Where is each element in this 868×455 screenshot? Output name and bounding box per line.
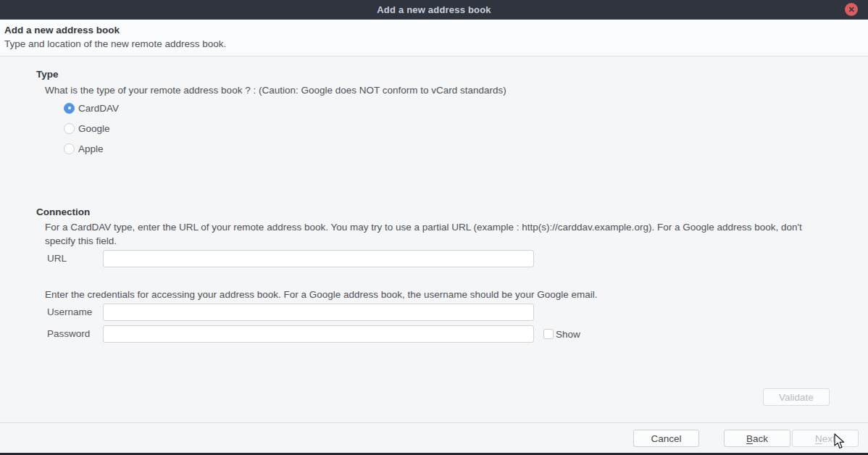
connection-section-title: Connection [36, 206, 90, 217]
url-input[interactable] [103, 250, 534, 267]
window-title: Add a new address book [377, 4, 491, 15]
page-subtitle: Type and location of the new remote addr… [4, 38, 864, 49]
titlebar[interactable]: Add a new address book ✕ [0, 0, 868, 20]
radio-carddav-label: CardDAV [78, 103, 119, 114]
close-icon: ✕ [848, 6, 854, 14]
radio-carddav[interactable]: CardDAV [64, 101, 119, 114]
password-input[interactable] [103, 325, 534, 343]
url-label: URL [47, 250, 67, 267]
username-input[interactable] [103, 304, 534, 321]
radio-apple[interactable]: Apple [64, 142, 104, 155]
add-address-book-dialog: Add a new address book ✕ Add a new addre… [0, 0, 868, 455]
show-password-checkbox[interactable] [543, 329, 554, 339]
radio-carddav-control[interactable] [64, 103, 75, 114]
dialog-header: Add a new address book Type and location… [0, 20, 868, 57]
close-button[interactable]: ✕ [845, 3, 858, 16]
page-title: Add a new address book [4, 25, 864, 36]
type-section-title: Type [36, 69, 59, 80]
username-label: Username [47, 304, 92, 321]
radio-google-control[interactable] [64, 123, 75, 134]
back-button[interactable]: Back [724, 430, 790, 447]
connection-section-description: For a CardDAV type, enter the URL of you… [45, 220, 832, 248]
password-label: Password [47, 325, 90, 343]
radio-google[interactable]: Google [64, 122, 110, 135]
next-button[interactable]: Next [792, 430, 859, 447]
validate-button[interactable]: Validate [763, 388, 830, 406]
cancel-button[interactable]: Cancel [633, 430, 699, 447]
radio-apple-control[interactable] [64, 143, 75, 154]
type-section-description: What is the type of your remote address … [45, 83, 835, 97]
show-password-toggle[interactable]: Show [543, 328, 580, 340]
show-password-label: Show [556, 329, 580, 340]
credentials-description: Enter the credentials for accessing your… [45, 288, 832, 301]
radio-apple-label: Apple [78, 143, 104, 154]
radio-google-label: Google [78, 123, 110, 134]
